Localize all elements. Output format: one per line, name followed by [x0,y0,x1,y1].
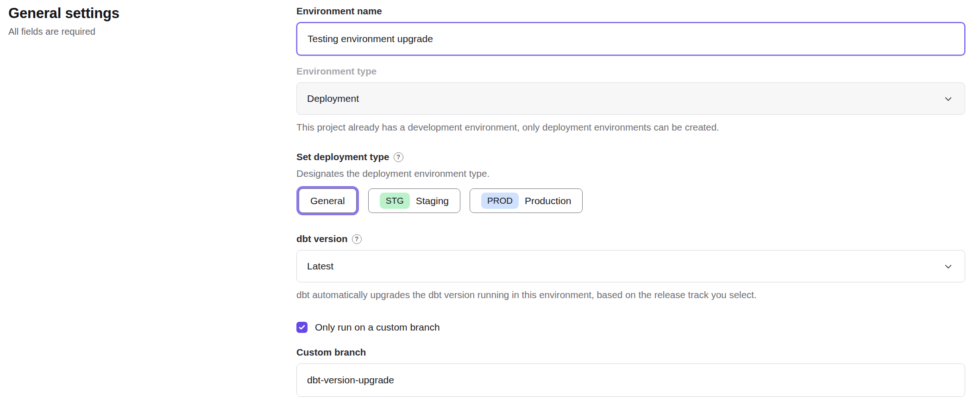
custom-branch-checkbox[interactable] [296,322,308,333]
help-icon[interactable]: ? [394,152,403,162]
custom-branch-label: Custom branch [296,347,965,358]
deployment-type-options: General STG Staging PROD Production [296,188,965,213]
custom-branch-checkbox-label[interactable]: Only run on a custom branch [315,322,440,333]
deployment-type-option-production[interactable]: PROD Production [470,188,583,213]
environment-type-label: Environment type [296,66,965,77]
chevron-down-icon [943,261,954,272]
settings-header: General settings All fields are required [8,5,268,37]
page-subtitle: All fields are required [8,26,268,37]
environment-type-value: Deployment [307,93,359,104]
dbt-version-label-text: dbt version [296,233,348,244]
deployment-type-label: Set deployment type ? [296,151,965,162]
deployment-type-description: Designates the deployment environment ty… [296,168,965,179]
custom-branch-checkbox-row: Only run on a custom branch [296,322,965,333]
production-badge: PROD [481,193,519,209]
environment-name-label: Environment name [296,6,965,17]
general-settings-form: Environment name Environment type Deploy… [296,6,965,397]
environment-type-select: Deployment [296,82,965,115]
dbt-version-select[interactable]: Latest [296,250,965,282]
deployment-type-option-staging-label: Staging [416,196,449,206]
dbt-version-help-text: dbt automatically upgrades the dbt versi… [296,289,965,300]
dbt-version-label: dbt version ? [296,233,965,244]
environment-name-input[interactable] [296,22,965,56]
deployment-type-option-general[interactable]: General [299,188,357,213]
environment-type-help-text: This project already has a development e… [296,121,965,133]
checkmark-icon [298,324,306,331]
deployment-type-label-text: Set deployment type [296,151,389,162]
deployment-type-option-staging[interactable]: STG Staging [368,188,460,213]
deployment-type-option-general-label: General [310,196,345,206]
help-icon[interactable]: ? [352,234,362,244]
staging-badge: STG [380,193,410,209]
page-title: General settings [8,5,268,22]
dbt-version-value: Latest [307,261,333,272]
deployment-type-option-production-label: Production [525,196,571,206]
chevron-down-icon [943,94,954,104]
custom-branch-input[interactable] [296,363,965,397]
